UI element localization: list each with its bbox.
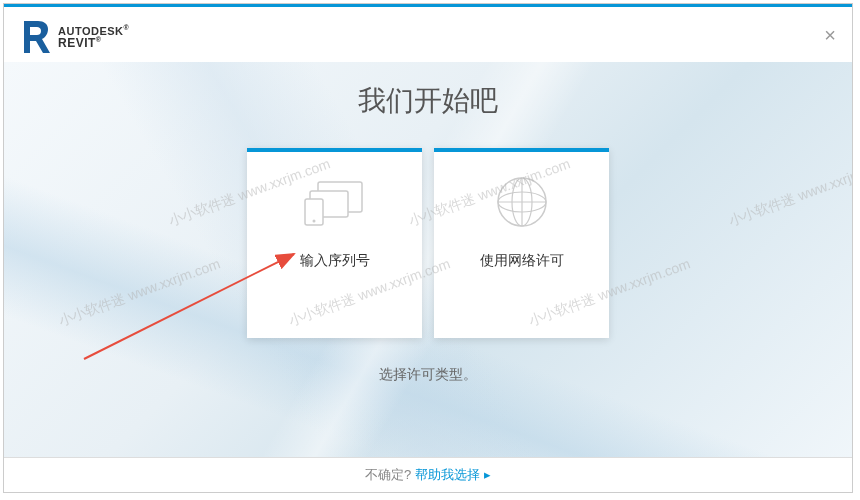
subtitle-text: 选择许可类型。	[379, 366, 477, 384]
footer-prompt: 不确定?	[365, 466, 411, 484]
card-label: 使用网络许可	[480, 252, 564, 270]
revit-logo-icon	[22, 19, 50, 55]
card-label: 输入序列号	[300, 252, 370, 270]
license-options: 输入序列号 使用网络许可	[247, 148, 609, 338]
help-choose-link[interactable]: 帮助我选择 ▸	[415, 466, 491, 484]
network-license-card[interactable]: 使用网络许可	[434, 148, 609, 338]
svg-point-3	[312, 220, 315, 223]
content-area: 我们开始吧 输入序列号	[4, 62, 852, 457]
footer-bar: 不确定? 帮助我选择 ▸	[4, 457, 852, 492]
page-title: 我们开始吧	[358, 82, 498, 120]
brand-name: AUTODESK®	[58, 24, 129, 37]
product-name: REVIT®	[58, 36, 129, 50]
logo-area: AUTODESK® REVIT®	[22, 19, 834, 55]
enter-serial-card[interactable]: 输入序列号	[247, 148, 422, 338]
installer-window: AUTODESK® REVIT® × 我们开始吧 输入序列号	[3, 3, 853, 493]
devices-icon	[247, 152, 422, 252]
network-icon	[434, 152, 609, 252]
close-icon[interactable]: ×	[824, 25, 836, 45]
window-header: AUTODESK® REVIT® ×	[4, 7, 852, 62]
logo-text: AUTODESK® REVIT®	[58, 24, 129, 51]
